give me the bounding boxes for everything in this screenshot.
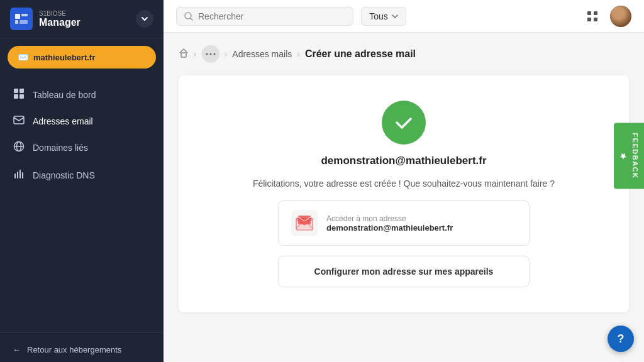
- breadcrumb-sep-3: ›: [297, 49, 300, 59]
- svg-rect-14: [19, 170, 21, 178]
- config-devices-button[interactable]: Configurer mon adresse sur mes appareils: [278, 256, 530, 287]
- breadcrumb-section[interactable]: Adresses mails: [232, 49, 292, 59]
- success-message: Félicitations, votre adresse est créée !…: [253, 177, 555, 190]
- sidebar-item-diagnostic[interactable]: Diagnostic DNS: [0, 162, 164, 189]
- created-email-address: demonstration@mathieulebert.fr: [321, 155, 486, 167]
- svg-rect-3: [19, 20, 28, 24]
- svg-rect-7: [19, 94, 24, 99]
- sidebar-toggle[interactable]: [136, 10, 153, 28]
- svg-rect-20: [587, 18, 591, 21]
- svg-rect-5: [19, 89, 24, 93]
- domaines-icon: [13, 141, 25, 155]
- account-name: mathieulebert.fr: [33, 53, 95, 62]
- breadcrumb-current: Créer une adresse mail: [305, 48, 416, 60]
- avatar-image: [610, 6, 631, 27]
- brand-sub: S1BIOSE: [39, 10, 130, 17]
- sidebar-logo: [10, 8, 33, 30]
- svg-rect-4: [14, 89, 18, 93]
- svg-line-17: [191, 18, 192, 20]
- account-icon: ✉️: [18, 52, 28, 62]
- feedback-label: FEEDBACK: [631, 133, 639, 178]
- svg-rect-0: [15, 14, 20, 19]
- svg-rect-22: [181, 53, 186, 57]
- feedback-icon: [619, 151, 628, 160]
- breadcrumb-sep-1: ›: [194, 49, 197, 59]
- svg-rect-6: [14, 94, 18, 99]
- breadcrumb-dots[interactable]: [202, 45, 219, 63]
- content-area: › › Adresses mails › Créer une adresse m…: [164, 33, 644, 362]
- access-email-button[interactable]: Accéder à mon adresse demonstration@math…: [278, 200, 530, 246]
- tableau-icon: [13, 88, 25, 102]
- search-container[interactable]: [176, 7, 353, 26]
- svg-rect-1: [21, 14, 28, 16]
- sidebar-brand: S1BIOSE Manager: [39, 10, 130, 28]
- avatar[interactable]: [610, 6, 631, 27]
- svg-point-23: [206, 53, 208, 55]
- search-input[interactable]: [198, 11, 345, 21]
- search-icon: [184, 12, 193, 21]
- apps-grid-icon[interactable]: [582, 6, 602, 26]
- sidebar: S1BIOSE Manager ✉️ mathieulebert.fr Tabl…: [0, 0, 164, 362]
- sidebar-item-adresses[interactable]: Adresses email: [0, 109, 164, 134]
- success-checkmark-icon: [382, 101, 426, 145]
- sidebar-item-domaines[interactable]: Domaines liés: [0, 134, 164, 162]
- back-button[interactable]: ← Retour aux hébergements: [0, 337, 164, 362]
- account-selector[interactable]: ✉️ mathieulebert.fr: [8, 46, 156, 69]
- sidebar-item-tableau[interactable]: Tableau de bord: [0, 81, 164, 109]
- svg-rect-15: [22, 172, 23, 178]
- svg-rect-27: [298, 216, 311, 224]
- svg-rect-18: [587, 11, 591, 15]
- breadcrumb: › › Adresses mails › Créer une adresse m…: [179, 45, 629, 63]
- sidebar-label-diagnostic: Diagnostic DNS: [33, 170, 95, 180]
- back-arrow-icon: ←: [13, 345, 21, 354]
- filter-label: Tous: [369, 11, 388, 21]
- brand-name: Manager: [39, 17, 130, 28]
- svg-rect-13: [17, 172, 18, 178]
- svg-rect-12: [14, 173, 16, 178]
- sidebar-nav: Tableau de bord Adresses email Domaines …: [0, 76, 164, 327]
- access-card-email: demonstration@mathieulebert.fr: [326, 223, 453, 233]
- diagnostic-icon: [13, 168, 25, 182]
- chevron-down-icon: [392, 14, 398, 18]
- sidebar-label-domaines: Domaines liés: [33, 143, 88, 153]
- mail-icon: [291, 210, 318, 236]
- sidebar-label-adresses: Adresses email: [33, 116, 93, 126]
- sidebar-header: S1BIOSE Manager: [0, 0, 164, 38]
- svg-rect-8: [14, 116, 24, 124]
- svg-rect-19: [594, 11, 597, 15]
- access-card-text: Accéder à mon adresse demonstration@math…: [326, 214, 453, 233]
- svg-rect-2: [15, 20, 18, 24]
- svg-point-24: [209, 53, 211, 55]
- success-card: demonstration@mathieulebert.fr Félicitat…: [179, 75, 629, 312]
- config-label: Configurer mon adresse sur mes appareils: [314, 266, 494, 277]
- back-label: Retour aux hébergements: [27, 345, 121, 354]
- main-area: Tous ›: [164, 0, 644, 362]
- topbar: Tous: [164, 0, 644, 33]
- feedback-tab[interactable]: FEEDBACK: [614, 123, 644, 189]
- breadcrumb-sep-2: ›: [225, 49, 228, 59]
- access-card-label: Accéder à mon adresse: [326, 214, 453, 223]
- home-icon[interactable]: [179, 48, 189, 60]
- filter-dropdown[interactable]: Tous: [361, 7, 406, 26]
- svg-point-25: [213, 53, 215, 55]
- sidebar-label-tableau: Tableau de bord: [33, 90, 96, 100]
- help-icon: ?: [618, 332, 625, 346]
- svg-rect-21: [594, 18, 597, 21]
- sidebar-divider: [0, 332, 164, 332]
- help-button[interactable]: ?: [608, 326, 634, 352]
- adresses-icon: [13, 116, 25, 127]
